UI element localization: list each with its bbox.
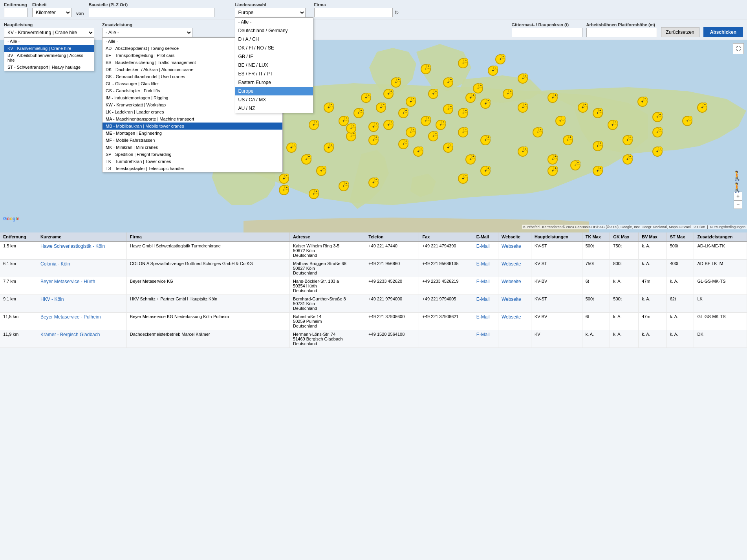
cell-email: E-Mail: [473, 260, 498, 277]
cell-email: E-Mail: [473, 295, 498, 313]
gittermast-input[interactable]: [512, 28, 582, 37]
cell-kurzname: Krämer - Bergisch Gladbach: [37, 330, 127, 348]
col-entfernung: Entfernung: [0, 232, 37, 242]
cell-bv-max: 47m: [639, 313, 666, 330]
cell-st-max: k. A.: [666, 330, 694, 348]
zl-item-ts[interactable]: TS - Teleskopstapler | Telescopic handle…: [103, 165, 282, 172]
fullscreen-button[interactable]: ⛶: [733, 43, 744, 54]
hl-item-st[interactable]: ST - Schwertransport | Heavy haulage: [4, 64, 94, 71]
hl-item-alle[interactable]: - Alle -: [4, 38, 94, 45]
cell-entfernung: 1,5 km: [0, 242, 37, 260]
cell-firma: Beyer Metaservice KG Niederlassung Köln-…: [126, 313, 289, 330]
einheit-select[interactable]: Kilometer Meilen: [32, 8, 71, 17]
cell-tk-max: 500t: [582, 242, 610, 260]
filters-bar: Hauptleistung KV - Kranvermietung | Cran…: [0, 20, 747, 40]
hauptleistung-wrapper: KV - Kranvermietung | Crane hire BV - Ar…: [4, 28, 94, 37]
cell-firma: HKV Schmitz + Partner GmbH Hauptsitz Köl…: [126, 295, 289, 313]
zusatzleistung-label: Zusatzleistung: [102, 22, 192, 27]
hauptleistung-select[interactable]: KV - Kranvermietung | Crane hire BV - Ar…: [4, 28, 94, 37]
country-dropdown: - Alle - Deutschland / Germany D / A / C…: [235, 17, 313, 113]
zl-item-mk[interactable]: MK - Minikran | Mini cranes: [103, 144, 282, 151]
cell-hauptleistungen: KV: [531, 330, 582, 348]
cell-adresse: Hans-Böckler-Str. 183 a50354 HürthDeutsc…: [290, 277, 365, 295]
col-gk-max: GK Max: [610, 232, 639, 242]
cell-firma: COLONIA Spezialfahrzeuge Gottfried Schör…: [126, 260, 289, 277]
baustelle-input[interactable]: [89, 8, 214, 17]
zusatzleistung-section: Zusatzleistung - Alle - - Alle - AD - Ab…: [102, 22, 192, 37]
country-item-dach[interactable]: D / A / CH: [235, 35, 313, 44]
zl-item-sp[interactable]: SP - Spedition | Freight forwarding: [103, 151, 282, 158]
col-webseite: Webseite: [498, 232, 531, 242]
cell-tk-max: 6t: [582, 313, 610, 330]
google-logo: Google: [3, 215, 19, 221]
zoom-out-button[interactable]: −: [734, 200, 742, 209]
cell-fax: +49 2233 4526219: [419, 277, 473, 295]
zl-item-ma[interactable]: MA - Maschinentransporte | Machine trans…: [103, 115, 282, 123]
refresh-icon[interactable]: ↻: [394, 9, 399, 16]
zl-item-mf[interactable]: MF - Mobile Fahrstrassen: [103, 137, 282, 144]
col-email: E-Mail: [473, 232, 498, 242]
zl-item-me[interactable]: ME - Montagen | Engineering: [103, 130, 282, 137]
cell-webseite: Webseite: [498, 242, 531, 260]
col-telefon: Telefon: [365, 232, 419, 242]
top-bar: Entfernung Einheit Kilometer Meilen von …: [0, 0, 747, 20]
laenderauswahl-group-top: Länderauswahl Europe - Alle - Deutschlan…: [235, 2, 306, 17]
abschicken-button[interactable]: Abschicken: [703, 27, 743, 37]
cell-bv-max: k. A.: [639, 260, 666, 277]
laenderauswahl-select[interactable]: Europe: [235, 8, 306, 17]
zuruck-button[interactable]: Zurücksetzen: [661, 27, 699, 37]
baustelle-group: Baustelle (PLZ Ort): [89, 2, 214, 17]
cell-adresse: Mathias-Brüggen-Straße 6850827 KölnDeuts…: [290, 260, 365, 277]
cell-gk-max: 800t: [610, 260, 639, 277]
von-label: von: [76, 11, 84, 17]
cell-firma: Beyer Metaservice KG: [126, 277, 289, 295]
cell-hauptleistungen: KV-ST: [531, 295, 582, 313]
table-row: 11,9 km Krämer - Bergisch Gladbach Dachd…: [0, 330, 747, 348]
table-row: 1,5 km Hawe Schwerlastlogistik - Köln Ha…: [0, 242, 747, 260]
cell-zusatzleistungen: AD-LK-ME-TK: [694, 242, 747, 260]
cell-bv-max: 47m: [639, 277, 666, 295]
hauptleistung-section: Hauptleistung KV - Kranvermietung | Cran…: [4, 22, 94, 37]
zl-item-mb[interactable]: MB - Mobilbaukran | Mobile tower cranes: [103, 123, 282, 130]
cell-zusatzleistungen: DK: [694, 330, 747, 348]
cell-telefon: +49 2233 452620: [365, 277, 419, 295]
firma-input[interactable]: [314, 8, 393, 17]
cell-hauptleistungen: KV-BV: [531, 313, 582, 330]
cell-tk-max: k. A.: [582, 330, 610, 348]
cell-gk-max: k. A.: [610, 277, 639, 295]
cell-firma: Dachdeckermeisterbetrieb Marcel Krämer: [126, 330, 289, 348]
street-view-person-2[interactable]: 🚶: [731, 170, 743, 181]
country-item-nordic[interactable]: DK / FI / NO / SE: [235, 44, 313, 52]
country-item-benelux[interactable]: BE / NE / LUX: [235, 61, 313, 70]
gittermast-label: Gittermast- / Raupenkran (t): [512, 22, 582, 27]
cell-webseite: Webseite: [498, 313, 531, 330]
country-item-germany[interactable]: Deutschland / Germany: [235, 26, 313, 35]
cell-kurzname: HKV - Köln: [37, 295, 127, 313]
entfernung-input[interactable]: [4, 8, 27, 17]
country-item-gb[interactable]: GB / IE: [235, 52, 313, 61]
col-hauptleistungen: Hauptleistungen: [531, 232, 582, 242]
cell-fax: [419, 330, 473, 348]
country-item-eastern[interactable]: Eastern Europe: [235, 78, 313, 87]
hl-item-kv[interactable]: KV - Kranvermietung | Crane hire: [4, 45, 94, 52]
cell-zusatzleistungen: LK: [694, 295, 747, 313]
street-view-person[interactable]: 🚶: [731, 182, 743, 193]
zl-item-tk[interactable]: TK - Turmdrehkran | Tower cranes: [103, 158, 282, 165]
hl-item-bv[interactable]: BV - Arbeitsbühnenvermietung | Access hi…: [4, 52, 94, 64]
cell-kurzname: Beyer Metaservice - Hürth: [37, 277, 127, 295]
table-body: 1,5 km Hawe Schwerlastlogistik - Köln Ha…: [0, 242, 747, 348]
country-item-europe[interactable]: Europe: [235, 87, 313, 95]
cell-hauptleistungen: KV-ST: [531, 242, 582, 260]
cell-telefon: +49 221 47440: [365, 242, 419, 260]
col-zusatzleistungen: Zusatzleistungen: [694, 232, 747, 242]
country-item-au[interactable]: AU / NZ: [235, 104, 313, 113]
cell-st-max: 400t: [666, 260, 694, 277]
country-item-alle[interactable]: - Alle -: [235, 18, 313, 26]
zusatzleistung-select[interactable]: - Alle -: [102, 28, 192, 37]
cell-adresse: Kaiser Wilhelm Ring 3-550672 KölnDeutsch…: [290, 242, 365, 260]
cell-kurzname: Hawe Schwerlastlogistik - Köln: [37, 242, 127, 260]
country-item-us[interactable]: US / CA / MX: [235, 95, 313, 104]
arbeitsbuehnen-input[interactable]: [586, 28, 657, 37]
country-item-southern[interactable]: ES / FR / IT / PT: [235, 70, 313, 78]
right-filters: Gittermast- / Raupenkran (t) Arbeitsbühn…: [512, 22, 743, 37]
